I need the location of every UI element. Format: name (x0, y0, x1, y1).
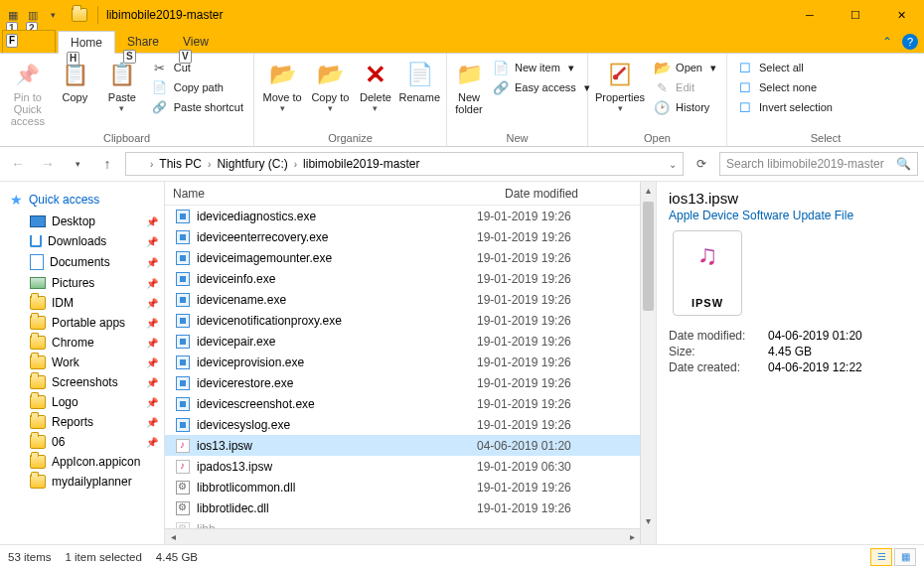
col-date[interactable]: Date modified (497, 187, 656, 201)
delete-button[interactable]: Delete▾ (357, 56, 395, 112)
file-row[interactable]: ipados13.ipsw19-01-2019 06:30 (165, 456, 640, 477)
maximize-button[interactable]: ☐ (833, 0, 878, 30)
chevron-right-icon[interactable]: › (148, 159, 155, 170)
select-none-button[interactable]: Select none (733, 77, 837, 97)
search-icon[interactable]: 🔍 (896, 157, 911, 171)
nav-item[interactable]: Logo📌 (0, 392, 164, 412)
file-tab[interactable]: F File (2, 30, 56, 53)
scroll-up-icon[interactable]: ▴ (641, 182, 656, 198)
easy-access-button[interactable]: Easy access ▾ (489, 77, 594, 97)
collapse-ribbon-icon[interactable]: ⌃ (882, 35, 892, 49)
col-name[interactable]: Name (165, 187, 497, 201)
qat-new-folder[interactable]: ▥2 (24, 6, 42, 24)
exe-file-icon (176, 418, 190, 432)
tab-home[interactable]: Home H (58, 31, 115, 54)
nav-item[interactable]: mydailyplanner (0, 472, 164, 492)
file-date: 19-01-2019 19:26 (477, 314, 636, 328)
nav-item[interactable]: Work📌 (0, 353, 164, 372)
nav-item[interactable]: AppIcon.appicon (0, 452, 164, 472)
recent-locations-button[interactable]: ▾ (66, 152, 89, 176)
history-button[interactable]: History (650, 97, 720, 117)
details-view-button[interactable]: ☰ (870, 548, 892, 566)
vertical-scrollbar[interactable]: ▴ ▾ (640, 182, 656, 544)
scroll-right-icon[interactable]: ▸ (624, 529, 640, 544)
copy-to-button[interactable]: Copy to▾ (308, 56, 352, 112)
copy-path-button[interactable]: Copy path (148, 77, 247, 97)
forward-button[interactable]: → (36, 152, 60, 176)
file-row[interactable]: libbrotlicommon.dll19-01-2019 19:26 (165, 477, 640, 497)
chevron-right-icon[interactable]: › (292, 159, 299, 170)
paste-shortcut-button[interactable]: Paste shortcut (148, 97, 247, 117)
file-name: ideviceenterrecovery.exe (197, 230, 477, 244)
file-row[interactable]: libbrotlidec.dll19-01-2019 19:26 (165, 497, 640, 518)
paste-button[interactable]: Paste ▾ (100, 56, 144, 112)
history-icon (654, 99, 670, 115)
exe-file-icon (176, 355, 190, 369)
pin-icon: 📌 (146, 338, 158, 349)
address-dropdown-icon[interactable]: ⌄ (667, 159, 679, 170)
refresh-button[interactable]: ⟳ (690, 153, 713, 175)
scroll-down-icon[interactable]: ▾ (641, 512, 656, 528)
scroll-left-icon[interactable]: ◂ (165, 529, 181, 544)
qat-dropdown[interactable]: ▾ (44, 6, 62, 24)
qat-properties[interactable]: ▦1 (4, 6, 22, 24)
nav-item[interactable]: Screenshots📌 (0, 372, 164, 392)
file-row[interactable]: idevicenotificationproxy.exe19-01-2019 1… (165, 310, 640, 331)
thumbnails-view-button[interactable]: ▦ (894, 548, 916, 566)
file-row[interactable]: ideviceinfo.exe19-01-2019 19:26 (165, 268, 640, 289)
rename-button[interactable]: Rename (398, 56, 440, 103)
tab-share[interactable]: Share S (115, 30, 171, 53)
nav-item[interactable]: Documents📌 (0, 251, 164, 273)
file-row[interactable]: idevicediagnostics.exe19-01-2019 19:26 (165, 206, 640, 226)
address-bar[interactable]: › This PC › Nightfury (C:) › libimobile2… (125, 152, 684, 176)
nav-item[interactable]: Reports📌 (0, 412, 164, 432)
search-box[interactable]: Search libimobile2019-master 🔍 (719, 152, 918, 176)
file-row[interactable]: idevicepair.exe19-01-2019 19:26 (165, 331, 640, 352)
nav-item[interactable]: 06📌 (0, 432, 164, 452)
breadcrumb-folder[interactable]: libimobile2019-master (303, 157, 419, 171)
new-folder-button[interactable]: New folder (453, 56, 485, 115)
nav-item[interactable]: Portable apps📌 (0, 313, 164, 333)
horizontal-scrollbar[interactable]: ◂ ▸ (165, 528, 640, 544)
new-item-button[interactable]: New item ▾ (489, 58, 594, 77)
file-row[interactable]: idevicename.exe19-01-2019 19:26 (165, 289, 640, 310)
ribbon-tabs: F File Home H Share S View V ⌃ ? (0, 30, 924, 54)
file-row[interactable]: ideviceimagemounter.exe19-01-2019 19:26 (165, 247, 640, 268)
file-row[interactable]: idevicescreenshot.exe19-01-2019 19:26 (165, 393, 640, 414)
open-button[interactable]: Open ▾ (650, 58, 720, 77)
edit-button[interactable]: Edit (650, 77, 720, 97)
file-row[interactable]: idevicesyslog.exe19-01-2019 19:26 (165, 414, 640, 435)
nav-item[interactable]: Downloads📌 (0, 231, 164, 251)
file-row[interactable]: ideviceenterrecovery.exe19-01-2019 19:26 (165, 226, 640, 247)
breadcrumb-drive[interactable]: Nightfury (C:) (217, 157, 287, 171)
pin-quick-access-button[interactable]: Pin to Quick access (6, 56, 50, 127)
nav-item[interactable]: Chrome📌 (0, 333, 164, 353)
breadcrumb-this-pc[interactable]: This PC (159, 157, 202, 171)
file-row[interactable]: ideviceprovision.exe19-01-2019 19:26 (165, 352, 640, 372)
invert-selection-button[interactable]: Invert selection (733, 97, 837, 117)
folder-icon (30, 435, 46, 449)
help-icon[interactable]: ? (902, 34, 918, 50)
file-row[interactable]: idevicerestore.exe19-01-2019 19:26 (165, 372, 640, 393)
address-folder-icon (130, 158, 144, 170)
tab-view[interactable]: View V (171, 30, 221, 53)
select-all-button[interactable]: Select all (733, 58, 837, 77)
file-date: 19-01-2019 19:26 (477, 418, 636, 432)
quick-access-header[interactable]: ★ Quick access (0, 188, 164, 212)
file-row[interactable]: ios13.ipsw04-06-2019 01:20 (165, 435, 640, 456)
nav-item-label: Reports (52, 415, 93, 429)
close-button[interactable]: ✕ (878, 0, 924, 30)
file-name: idevicepair.exe (197, 335, 477, 349)
cut-button[interactable]: Cut (148, 58, 247, 77)
nav-item[interactable]: IDM📌 (0, 293, 164, 313)
minimize-button[interactable]: ─ (787, 0, 833, 30)
back-button[interactable]: ← (6, 152, 30, 176)
properties-button[interactable]: Properties▾ (594, 56, 646, 112)
search-placeholder: Search libimobile2019-master (726, 157, 884, 171)
nav-item[interactable]: Pictures📌 (0, 273, 164, 293)
scroll-thumb[interactable] (643, 202, 654, 311)
nav-item[interactable]: Desktop📌 (0, 212, 164, 231)
move-to-button[interactable]: Move to▾ (260, 56, 304, 112)
up-button[interactable]: ↑ (95, 152, 119, 176)
chevron-right-icon[interactable]: › (206, 159, 213, 170)
